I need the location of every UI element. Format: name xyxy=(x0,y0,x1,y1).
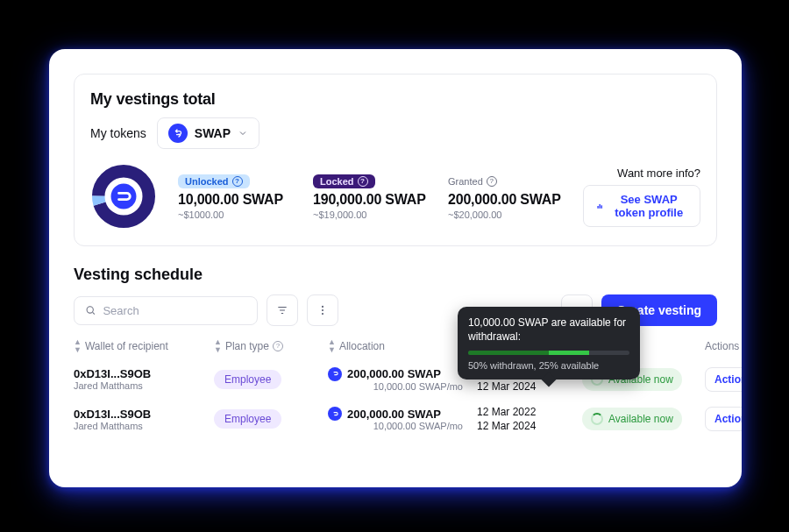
tooltip-progress-bar xyxy=(468,351,629,355)
help-icon[interactable]: ? xyxy=(358,176,368,187)
cell-actions: Actions xyxy=(705,367,742,392)
tooltip-subtitle: 50% withdrawn, 25% available xyxy=(468,360,629,371)
col-actions: Actions xyxy=(705,340,742,352)
search-box[interactable] xyxy=(74,296,258,325)
progress-withdrawn xyxy=(468,351,549,355)
wallet-address[interactable]: 0xD13I...S9OB xyxy=(74,408,205,421)
stat-unlocked: Unlocked ? 10,000.00 SWAP ~$1000.00 xyxy=(178,173,292,220)
help-icon[interactable]: ? xyxy=(487,176,497,187)
cell-vesting-dates: 12 Mar 2022 12 Mar 2024 xyxy=(477,405,573,435)
token-select[interactable]: SWAP xyxy=(157,117,259,149)
withdrawal-tooltip: 10,000.00 SWAP are available for withdra… xyxy=(458,307,640,379)
cell-wallet: 0xD13I...S9OB Jared Matthams xyxy=(74,367,205,391)
want-more-info-label: Want more info? xyxy=(617,167,700,180)
filter-button[interactable] xyxy=(267,294,298,326)
svg-rect-5 xyxy=(597,206,598,209)
plan-type-badge: Employee xyxy=(214,409,281,429)
cell-status: Available now xyxy=(582,408,696,430)
help-icon[interactable]: ? xyxy=(273,341,283,351)
sort-icon: ▲▼ xyxy=(328,338,336,354)
svg-point-8 xyxy=(87,307,93,313)
search-icon xyxy=(85,304,96,316)
tooltip-title: 10,000.00 SWAP are available for withdra… xyxy=(468,316,629,344)
cell-wallet: 0xD13I...S9OB Jared Matthams xyxy=(74,408,205,431)
swap-token-icon xyxy=(328,367,342,381)
help-icon[interactable]: ? xyxy=(232,176,243,187)
allocation-rate: 10,000.00 SWAP/mo xyxy=(328,421,468,431)
actions-button[interactable]: Actions xyxy=(706,408,742,430)
svg-point-4 xyxy=(111,184,137,209)
col-plan[interactable]: ▲▼ Plan type ? xyxy=(214,338,319,354)
granted-usd: ~$20,000.00 xyxy=(448,209,562,220)
actions-button[interactable]: Actions xyxy=(706,368,742,391)
status-badge[interactable]: Available now xyxy=(582,408,682,430)
schedule-title: Vesting schedule xyxy=(74,266,717,284)
plan-type-badge: Employee xyxy=(214,370,281,389)
svg-rect-6 xyxy=(599,203,600,208)
page-title: My vestings total xyxy=(90,90,700,109)
cell-actions: Actions xyxy=(705,407,742,431)
vestings-summary-card: My vestings total My tokens SWAP xyxy=(74,74,717,246)
col-wallet[interactable]: ▲▼ Wallet of recipient xyxy=(74,338,205,354)
locked-amount: 190,000.00 SWAP xyxy=(313,192,427,208)
granted-label: Granted ? xyxy=(448,176,497,187)
filter-icon xyxy=(276,304,288,316)
cell-plan: Employee xyxy=(214,409,319,429)
locked-usd: ~$19,000.00 xyxy=(313,209,427,220)
cell-allocation: 200,000.00 SWAP 10,000.00 SWAP/mo xyxy=(328,407,468,431)
my-tokens-label: My tokens xyxy=(90,126,146,140)
svg-point-11 xyxy=(322,313,323,315)
recipient-name: Jared Matthams xyxy=(74,421,205,431)
recipient-name: Jared Matthams xyxy=(74,380,205,391)
more-button[interactable] xyxy=(307,294,338,326)
svg-rect-7 xyxy=(601,205,602,208)
unlocked-usd: ~$1000.00 xyxy=(178,209,292,220)
col-allocation[interactable]: ▲▼ Allocation xyxy=(328,338,468,354)
svg-point-10 xyxy=(322,309,323,311)
token-select-value: SWAP xyxy=(195,126,231,140)
allocation-donut-chart xyxy=(90,163,157,230)
swap-token-icon xyxy=(168,124,188,143)
chevron-down-icon xyxy=(238,128,248,138)
locked-badge: Locked ? xyxy=(313,174,375,188)
progress-available xyxy=(549,351,589,355)
wallet-address[interactable]: 0xD13I...S9OB xyxy=(74,367,205,380)
stat-granted: Granted ? 200,000.00 SWAP ~$20,000.00 xyxy=(448,173,562,220)
sort-icon: ▲▼ xyxy=(214,338,222,354)
unlocked-amount: 10,000.00 SWAP xyxy=(178,192,292,208)
cell-plan: Employee xyxy=(214,370,319,389)
swap-token-icon xyxy=(328,407,342,421)
sort-icon: ▲▼ xyxy=(74,338,82,354)
stat-locked: Locked ? 190,000.00 SWAP ~$19,000.00 xyxy=(313,173,427,220)
allocation-rate: 10,000.00 SWAP/mo xyxy=(328,381,468,392)
see-token-profile-button[interactable]: See SWAP token profile xyxy=(583,185,700,227)
more-vertical-icon xyxy=(316,304,329,316)
search-input[interactable] xyxy=(103,304,246,317)
granted-amount: 200,000.00 SWAP xyxy=(448,192,562,208)
svg-point-9 xyxy=(322,306,323,308)
cell-allocation: 200,000.00 SWAP 10,000.00 SWAP/mo xyxy=(328,367,468,392)
app-window: My vestings total My tokens SWAP xyxy=(49,49,742,487)
unlocked-badge: Unlocked ? xyxy=(178,174,250,188)
progress-ring-icon xyxy=(591,413,603,425)
table-row: 0xD13I...S9OB Jared Matthams Employee 20… xyxy=(74,405,717,435)
bar-chart-icon xyxy=(596,200,603,212)
